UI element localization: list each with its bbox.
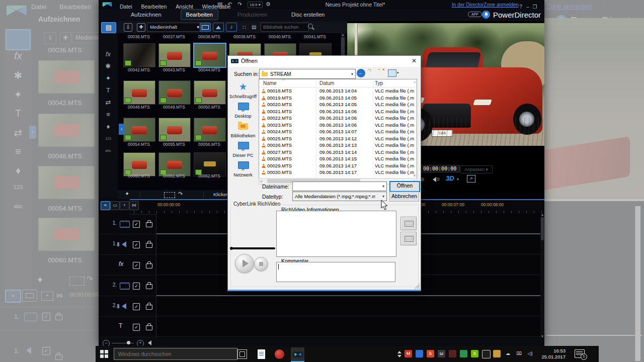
outer-timeline-view-icon[interactable]: ≈: [5, 290, 21, 303]
file-row[interactable]: 00024.MTS09.06.2013 14:07VLC media file …: [259, 128, 417, 135]
media-thumbnail[interactable]: [194, 118, 226, 142]
filetype-dropdown[interactable]: Alle Mediendateien (*.mpg;*.mpeg;*.mpe;*…: [292, 192, 387, 201]
plugin-icon[interactable]: ✚: [137, 23, 145, 32]
filename-input[interactable]: ▾: [292, 182, 387, 191]
timeline-vscrollbar[interactable]: ▲ ▼: [540, 213, 544, 338]
outer-voiceover-room-icon[interactable]: ♦: [4, 165, 32, 176]
outer-pip-objects-icon[interactable]: ✱: [4, 69, 32, 81]
3d-mode-icon[interactable]: 3D: [446, 174, 454, 182]
tab-disc-erstellen[interactable]: Disc erstellen: [286, 9, 330, 20]
view-menu-icon[interactable]: ▾: [388, 69, 396, 77]
file-list[interactable]: Name ^ Datum Typ 00018.MTS09.06.2013 14:…: [259, 79, 417, 179]
timeline-view-icon[interactable]: ≈: [101, 201, 110, 210]
file-row[interactable]: 00022.MTS09.06.2013 14:06VLC media file …: [259, 115, 417, 122]
outer-track2-lock-icon[interactable]: [55, 354, 62, 360]
outer-collapse-arrow-icon[interactable]: ›: [29, 126, 36, 139]
zoom-slider-handle[interactable]: [127, 341, 130, 344]
outer-title-room-icon[interactable]: T: [4, 108, 32, 119]
volume-icon[interactable]: [433, 177, 436, 182]
track-header-video-1[interactable]: 1.✓: [99, 213, 156, 234]
3d-dropdown-arrow-icon[interactable]: ▾: [457, 177, 459, 182]
track-lock-icon[interactable]: [146, 305, 152, 310]
arrange-icon[interactable]: ↷: [178, 191, 183, 197]
outer-thumbnail[interactable]: [38, 218, 95, 251]
tray-icon-9[interactable]: ☁: [504, 350, 512, 357]
filter-music-icon[interactable]: ♪: [226, 23, 237, 32]
library-search-input[interactable]: [261, 23, 309, 32]
column-type[interactable]: Typ: [375, 80, 383, 86]
track-lock-icon[interactable]: [146, 325, 152, 330]
media-thumbnail[interactable]: [194, 80, 226, 105]
file-row[interactable]: 00030.MTS09.06.2013 14:17VLC media file …: [259, 169, 417, 176]
file-list-header[interactable]: Name ^ Datum Typ: [259, 79, 417, 87]
chapter-room-icon[interactable]: 123: [99, 133, 118, 145]
taskbar-clock[interactable]: 16:53 25.01.2017: [535, 348, 566, 360]
media-thumbnail[interactable]: [158, 152, 191, 176]
file-row[interactable]: 00023.MTS09.06.2013 14:06VLC media file …: [259, 122, 417, 129]
tray-icon-6[interactable]: S: [471, 350, 478, 357]
back-icon[interactable]: ←: [357, 69, 365, 77]
outer-track1-checkbox[interactable]: ✓: [42, 313, 50, 321]
scroll-up-icon[interactable]: ▲: [540, 213, 544, 216]
tray-icon-8[interactable]: [493, 350, 501, 357]
start-button[interactable]: [100, 350, 108, 358]
tray-icon-0[interactable]: M: [405, 350, 412, 357]
outer-plugin-icon[interactable]: ✚: [59, 32, 71, 44]
file-row[interactable]: 00027.MTS09.06.2013 14:14VLC media file …: [259, 149, 417, 156]
media-thumbnail[interactable]: [193, 43, 226, 68]
file-row[interactable]: 00028.MTS09.06.2013 14:15VLC media file …: [259, 155, 417, 162]
magic-wand-icon[interactable]: ✦: [125, 191, 129, 197]
comment-input[interactable]: [276, 262, 395, 282]
zoom-slider[interactable]: [112, 343, 134, 343]
outer-chapter-room-icon[interactable]: 123: [4, 184, 32, 190]
media-thumbnail[interactable]: [123, 80, 155, 105]
column-date[interactable]: Datum: [319, 80, 334, 86]
outer-arrange-icon[interactable]: ↷: [87, 275, 93, 284]
track-enable-checkbox[interactable]: ✓: [133, 303, 140, 310]
tray-expand-icon[interactable]: [397, 351, 401, 353]
open-button[interactable]: Öffnen: [389, 181, 420, 192]
preview-stop-button[interactable]: [254, 257, 268, 271]
view-grid-icon[interactable]: ∷: [243, 24, 246, 31]
outer-tab-aufzeichnen[interactable]: Aufzeichnen: [38, 15, 80, 23]
place-netzwerk[interactable]: Netzwerk: [229, 160, 257, 177]
outer-media-room-icon[interactable]: [6, 29, 31, 50]
seekbar-handle[interactable]: [230, 247, 233, 250]
track-header-video-2[interactable]: 2.✓: [99, 275, 156, 296]
file-row[interactable]: 00021.MTS09.06.2013 14:06VLC media file …: [259, 108, 417, 115]
media-thumbnail[interactable]: [158, 80, 191, 105]
tray-icon-7[interactable]: [482, 350, 491, 358]
scroll-down-icon[interactable]: ▼: [540, 335, 544, 338]
import-media-icon[interactable]: ⇩: [124, 23, 132, 32]
column-name[interactable]: Name: [263, 80, 277, 86]
subtitle-room-icon[interactable]: abc: [99, 145, 118, 157]
add-track-icon[interactable]: +: [120, 201, 129, 210]
tray-collapse-icon[interactable]: [397, 355, 401, 357]
outer-effect-room-icon[interactable]: fx: [4, 50, 32, 62]
tray-icon-5[interactable]: [460, 350, 467, 357]
action-center-icon[interactable]: 1: [575, 349, 585, 358]
taskbar-app-powerdirector[interactable]: [291, 347, 304, 362]
media-thumbnail[interactable]: [123, 152, 155, 176]
track-lock-icon[interactable]: [146, 284, 152, 289]
dialog-close-icon[interactable]: ✕: [412, 57, 417, 64]
file-row[interactable]: 00026.MTS09.06.2013 14:13VLC media file …: [259, 142, 417, 149]
tab-bearbeiten[interactable]: Bearbeiten: [181, 9, 218, 20]
media-viewer-icon[interactable]: ≡: [421, 176, 424, 183]
outer-import-icon[interactable]: ⇩: [44, 32, 56, 44]
media-room-icon[interactable]: ▤: [101, 22, 116, 33]
tray-icon-1[interactable]: [416, 350, 423, 357]
outer-wand-icon[interactable]: ✦: [36, 275, 44, 286]
fullscreen-icon[interactable]: ↗: [467, 175, 475, 183]
list-scroll-down-icon[interactable]: v: [414, 173, 416, 177]
edit-info-button[interactable]: [400, 232, 417, 245]
media-thumbnail[interactable]: [123, 118, 155, 142]
place-desktop[interactable]: Desktop: [229, 102, 257, 119]
undo-icon[interactable]: ↶: [227, 1, 232, 8]
outer-thumbnail[interactable]: [38, 166, 95, 199]
gear-icon[interactable]: ⚙: [266, 1, 271, 8]
tab-produzieren[interactable]: Produzieren: [232, 9, 272, 20]
directorzone-signin-link[interactable]: In der DirectorZone anmelden: [452, 2, 519, 8]
tab-aufzeichnen[interactable]: Aufzeichnen: [126, 9, 167, 20]
track-lock-icon[interactable]: [146, 263, 152, 268]
